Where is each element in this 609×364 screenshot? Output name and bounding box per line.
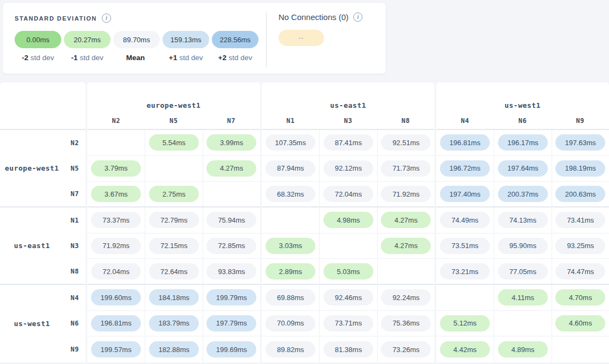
latency-pill[interactable]: 72.15ms — [149, 238, 199, 254]
matrix-cell[interactable]: 81.38ms — [319, 336, 377, 362]
latency-pill[interactable]: 196.81ms — [440, 134, 490, 151]
matrix-cell[interactable]: 196.81ms — [436, 130, 494, 156]
matrix-cell[interactable]: 87.41ms — [319, 130, 377, 156]
matrix-cell[interactable]: 89.82ms — [262, 336, 319, 362]
latency-pill[interactable]: 93.25ms — [555, 238, 605, 254]
latency-pill[interactable]: 4.11ms — [498, 289, 548, 306]
matrix-cell[interactable]: 3.67ms — [87, 181, 145, 207]
latency-pill[interactable]: 71.73ms — [381, 160, 431, 177]
latency-pill[interactable]: 197.40ms — [440, 186, 490, 202]
matrix-cell[interactable]: 72.15ms — [145, 233, 202, 259]
latency-pill[interactable]: 2.75ms — [149, 186, 199, 202]
latency-pill[interactable]: 200.63ms — [555, 186, 605, 202]
latency-pill[interactable]: 4.70ms — [555, 289, 605, 306]
latency-pill[interactable]: 92.12ms — [323, 160, 373, 177]
matrix-cell[interactable]: 72.04ms — [87, 259, 145, 285]
matrix-cell[interactable]: 92.12ms — [319, 156, 377, 182]
matrix-cell[interactable]: 3.79ms — [87, 156, 145, 182]
latency-pill[interactable]: 199.60ms — [91, 289, 141, 306]
latency-pill[interactable]: 92.51ms — [381, 134, 431, 151]
matrix-cell[interactable]: 196.72ms — [436, 156, 494, 182]
latency-pill[interactable]: 3.79ms — [91, 160, 141, 177]
latency-pill[interactable]: 197.64ms — [498, 160, 548, 177]
matrix-cell[interactable]: 5.54ms — [145, 130, 202, 156]
latency-pill[interactable]: 81.38ms — [323, 341, 373, 358]
latency-pill[interactable]: 4.42ms — [440, 341, 490, 358]
latency-pill[interactable]: 70.09ms — [265, 315, 315, 332]
latency-pill[interactable]: 4.60ms — [555, 315, 605, 332]
matrix-cell[interactable]: 74.47ms — [552, 259, 609, 285]
matrix-cell[interactable]: 5.12ms — [436, 311, 494, 337]
matrix-cell[interactable]: 75.94ms — [203, 207, 260, 233]
latency-pill[interactable]: 87.94ms — [265, 160, 315, 177]
matrix-cell[interactable]: 74.13ms — [494, 207, 551, 233]
matrix-cell[interactable]: 184.18ms — [145, 285, 202, 311]
latency-pill[interactable]: 73.41ms — [555, 212, 605, 228]
latency-pill[interactable]: 199.57ms — [91, 341, 141, 358]
matrix-cell[interactable]: 93.83ms — [203, 259, 260, 285]
matrix-cell[interactable]: 182.88ms — [145, 336, 202, 362]
matrix-cell[interactable]: 92.24ms — [377, 285, 435, 311]
latency-pill[interactable]: 72.85ms — [206, 238, 256, 254]
latency-pill[interactable]: 92.46ms — [323, 289, 373, 306]
latency-pill[interactable]: 196.72ms — [440, 160, 490, 177]
matrix-cell[interactable]: 4.89ms — [494, 336, 551, 362]
latency-pill[interactable]: 4.27ms — [381, 212, 431, 228]
latency-pill[interactable]: 3.99ms — [206, 134, 256, 151]
matrix-cell[interactable]: 2.75ms — [145, 181, 202, 207]
latency-pill[interactable]: 196.81ms — [91, 315, 141, 332]
matrix-cell[interactable]: 95.90ms — [494, 233, 551, 259]
matrix-cell[interactable]: 197.64ms — [494, 156, 551, 182]
latency-pill[interactable]: 4.27ms — [381, 238, 431, 254]
matrix-cell[interactable]: 77.05ms — [494, 259, 551, 285]
latency-pill[interactable]: 182.88ms — [149, 341, 199, 358]
latency-pill[interactable]: 73.37ms — [91, 212, 141, 228]
latency-pill[interactable]: 93.83ms — [206, 263, 256, 280]
latency-pill[interactable]: 3.67ms — [91, 186, 141, 202]
latency-pill[interactable]: 72.79ms — [149, 212, 199, 228]
matrix-cell[interactable]: 72.64ms — [145, 259, 202, 285]
latency-pill[interactable]: 72.04ms — [323, 186, 373, 202]
matrix-cell[interactable]: 92.51ms — [377, 130, 435, 156]
matrix-cell[interactable]: 92.46ms — [319, 285, 377, 311]
matrix-cell[interactable]: 200.63ms — [552, 181, 609, 207]
info-icon[interactable]: i — [102, 14, 111, 23]
matrix-cell[interactable]: 73.26ms — [377, 336, 435, 362]
matrix-cell[interactable]: 3.99ms — [203, 130, 260, 156]
matrix-cell[interactable]: 199.79ms — [203, 285, 260, 311]
info-icon[interactable]: i — [353, 12, 362, 22]
latency-pill[interactable]: 73.71ms — [323, 315, 373, 332]
matrix-cell[interactable]: 199.69ms — [203, 336, 260, 362]
matrix-cell[interactable]: 4.27ms — [377, 207, 435, 233]
matrix-cell[interactable]: 75.36ms — [377, 311, 435, 337]
matrix-cell[interactable]: 200.37ms — [494, 181, 551, 207]
latency-pill[interactable]: 200.37ms — [498, 186, 548, 202]
latency-pill[interactable]: 74.13ms — [498, 212, 548, 228]
latency-pill[interactable]: 4.98ms — [323, 212, 373, 228]
matrix-cell[interactable]: 5.03ms — [319, 259, 377, 285]
latency-pill[interactable]: 69.88ms — [265, 289, 315, 306]
latency-pill[interactable]: 72.04ms — [91, 263, 141, 280]
latency-pill[interactable]: 71.92ms — [381, 186, 431, 202]
matrix-cell[interactable]: 196.81ms — [87, 311, 145, 337]
latency-pill[interactable]: 77.05ms — [498, 263, 548, 280]
latency-pill[interactable]: 73.26ms — [381, 341, 431, 358]
latency-pill[interactable]: 68.32ms — [265, 186, 315, 202]
matrix-cell[interactable]: 73.21ms — [436, 259, 494, 285]
latency-pill[interactable]: 199.79ms — [206, 289, 256, 306]
latency-pill[interactable]: 75.94ms — [206, 212, 256, 228]
latency-pill[interactable]: 73.51ms — [440, 238, 490, 254]
matrix-cell[interactable]: 4.27ms — [203, 156, 260, 182]
matrix-cell[interactable]: 71.73ms — [377, 156, 435, 182]
latency-pill[interactable]: 198.19ms — [555, 160, 605, 177]
latency-pill[interactable]: 5.12ms — [440, 315, 490, 332]
matrix-cell[interactable]: 4.98ms — [319, 207, 377, 233]
latency-pill[interactable]: 184.18ms — [149, 289, 199, 306]
matrix-cell[interactable]: 198.19ms — [552, 156, 609, 182]
latency-pill[interactable]: 71.92ms — [91, 238, 141, 254]
matrix-cell[interactable]: 183.79ms — [145, 311, 202, 337]
latency-pill[interactable]: 74.49ms — [440, 212, 490, 228]
latency-pill[interactable]: 5.03ms — [323, 263, 373, 280]
matrix-cell[interactable]: 4.60ms — [552, 311, 609, 337]
latency-pill[interactable]: 72.64ms — [149, 263, 199, 280]
